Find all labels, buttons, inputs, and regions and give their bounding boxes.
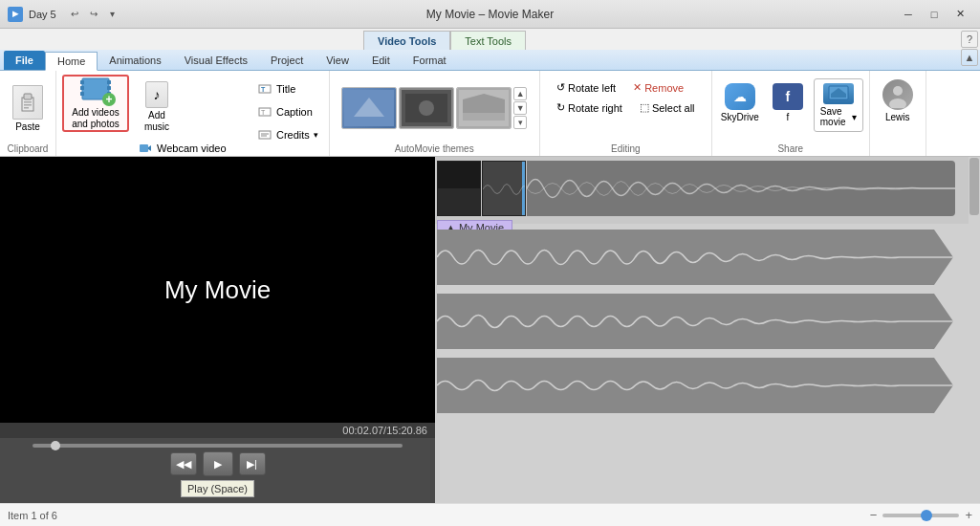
timeline-tracks: ▲ My Movie bbox=[435, 157, 969, 503]
minimize-ribbon-button[interactable]: ▲ bbox=[961, 49, 978, 66]
rotate-right-button[interactable]: ↻ Rotate right bbox=[550, 99, 629, 117]
caption-icon: T bbox=[257, 104, 272, 120]
video-tools-tab[interactable]: Video Tools bbox=[363, 31, 450, 50]
video-track: ▲ My Movie bbox=[435, 157, 969, 224]
theme-thumb-2[interactable] bbox=[399, 87, 454, 129]
svg-marker-15 bbox=[148, 145, 151, 151]
svg-point-38 bbox=[893, 86, 903, 96]
rotate-left-icon: ↺ bbox=[556, 81, 565, 94]
status-bar: Item 1 of 6 − + bbox=[0, 503, 980, 526]
app-day-label: Day 5 bbox=[29, 9, 56, 20]
facebook-button[interactable]: f f bbox=[766, 78, 810, 127]
rewind-button[interactable]: ◀◀ bbox=[170, 452, 197, 475]
paste-label: Paste bbox=[15, 121, 40, 132]
tab-file[interactable]: File bbox=[4, 51, 45, 70]
svg-rect-4 bbox=[24, 107, 29, 109]
editing-group: ↺ Rotate left ✕ Remove ↻ Rotate right ⬚ … bbox=[540, 71, 712, 156]
tab-animations[interactable]: Animations bbox=[98, 51, 172, 70]
audio-track-2 bbox=[437, 292, 967, 354]
credits-label: Credits bbox=[276, 129, 310, 141]
add-videos-button[interactable]: + Add videos and photos bbox=[62, 75, 129, 132]
svg-text:T: T bbox=[261, 109, 266, 116]
rotate-right-icon: ↻ bbox=[556, 101, 565, 114]
skydrive-button[interactable]: ☁ SkyDrive bbox=[718, 78, 762, 127]
help-button[interactable]: ? bbox=[961, 31, 978, 48]
remove-button[interactable]: ✕ Remove bbox=[626, 78, 690, 97]
close-button[interactable]: ✕ bbox=[947, 5, 972, 24]
theme-thumb-3[interactable] bbox=[456, 87, 512, 129]
minimize-button[interactable]: ─ bbox=[896, 5, 921, 24]
cloud-icon: ☁ bbox=[725, 83, 755, 110]
svg-point-39 bbox=[889, 99, 906, 108]
svg-rect-3 bbox=[24, 104, 32, 106]
seek-thumb[interactable] bbox=[51, 441, 60, 450]
webcam-video-button[interactable]: Webcam video bbox=[133, 138, 249, 159]
add-music-button[interactable]: ♪ Add music bbox=[133, 78, 181, 136]
playback-controls: ◀◀ ▶ ▶| Play (Space) bbox=[0, 438, 435, 503]
play-tooltip: Play (Space) bbox=[181, 480, 254, 497]
svg-rect-9 bbox=[107, 80, 111, 84]
rotate-left-button[interactable]: ↺ Rotate left bbox=[550, 78, 622, 97]
and-photos-label: and photos bbox=[72, 119, 120, 129]
facebook-label: f bbox=[786, 112, 789, 122]
tab-edit[interactable]: Edit bbox=[360, 51, 402, 70]
credits-button[interactable]: Credits ▾ bbox=[252, 124, 323, 145]
user-group: Lewis bbox=[870, 71, 926, 156]
tab-view[interactable]: View bbox=[315, 51, 360, 70]
redo-button[interactable]: ↪ bbox=[85, 6, 102, 23]
save-movie-button[interactable]: Save movie ▾ bbox=[814, 78, 863, 132]
time-display: 00:02.07/15:20.86 bbox=[0, 423, 435, 438]
svg-point-32 bbox=[419, 100, 434, 116]
user-profile-button[interactable]: Lewis bbox=[876, 75, 920, 127]
select-all-button[interactable]: ⬚ Select all bbox=[633, 99, 702, 117]
scroll-thumb[interactable] bbox=[969, 158, 979, 215]
paste-button[interactable]: Paste bbox=[6, 83, 50, 133]
zoom-thumb[interactable] bbox=[921, 510, 932, 521]
tab-format[interactable]: Format bbox=[402, 51, 458, 70]
save-movie-icon bbox=[823, 83, 854, 104]
webcam-icon bbox=[138, 141, 153, 156]
themes-scrollbar: ▲ ▼ ▾ bbox=[513, 87, 527, 129]
svg-text:T: T bbox=[261, 86, 266, 93]
preview-pane: My Movie 00:02.07/15:20.86 ◀◀ ▶ ▶| Play … bbox=[0, 157, 435, 503]
tab-home[interactable]: Home bbox=[45, 52, 98, 71]
window-title: My Movie – Movie Maker bbox=[426, 8, 554, 21]
theme-thumb-1[interactable] bbox=[341, 87, 397, 129]
undo-button[interactable]: ↩ bbox=[66, 6, 83, 23]
text-tools-tab[interactable]: Text Tools bbox=[450, 31, 526, 50]
context-tabs-bar: Video Tools Text Tools bbox=[0, 29, 980, 50]
user-name: Lewis bbox=[885, 112, 910, 122]
svg-rect-10 bbox=[107, 86, 111, 90]
qa-dropdown[interactable]: ▾ bbox=[104, 6, 121, 23]
timeline-scrollbar[interactable] bbox=[969, 157, 980, 503]
main-area: My Movie 00:02.07/15:20.86 ◀◀ ▶ ▶| Play … bbox=[0, 157, 980, 503]
add-group: + Add videos and photos ♪ Add music bbox=[56, 71, 330, 156]
tab-visual-effects[interactable]: Visual Effects bbox=[173, 51, 259, 70]
play-button[interactable]: ▶ bbox=[203, 451, 233, 476]
video-canvas: My Movie bbox=[0, 157, 435, 423]
caption-label: Caption bbox=[276, 106, 313, 118]
themes-scroll-down[interactable]: ▼ bbox=[513, 101, 527, 115]
share-group: ☁ SkyDrive f f Save movie ▾ Share bbox=[712, 71, 870, 156]
zoom-out-button[interactable]: − bbox=[870, 508, 878, 522]
next-frame-button[interactable]: ▶| bbox=[239, 452, 266, 475]
maximize-button[interactable]: □ bbox=[922, 5, 947, 24]
themes-scroll-up[interactable]: ▲ bbox=[513, 87, 527, 100]
music-icon: ♪ bbox=[145, 81, 168, 108]
text-tools-column: T Title T Caption Credits ▾ bbox=[252, 75, 323, 145]
status-item-count: Item 1 of 6 bbox=[8, 510, 57, 521]
seek-bar[interactable] bbox=[33, 444, 403, 448]
add-videos-label: Add videos bbox=[72, 107, 119, 118]
save-movie-dropdown-icon: ▾ bbox=[852, 112, 857, 122]
svg-rect-14 bbox=[140, 144, 148, 152]
zoom-slider[interactable] bbox=[882, 514, 959, 517]
remove-icon: ✕ bbox=[633, 81, 642, 94]
automovie-group: ▲ ▼ ▾ AutoMovie themes bbox=[330, 71, 540, 156]
title-label: Title bbox=[276, 83, 295, 95]
svg-rect-2 bbox=[24, 101, 32, 103]
caption-button[interactable]: T Caption bbox=[252, 101, 323, 122]
zoom-in-button[interactable]: + bbox=[965, 508, 972, 522]
title-button[interactable]: T Title bbox=[252, 78, 323, 99]
tab-project[interactable]: Project bbox=[259, 51, 315, 70]
themes-expand[interactable]: ▾ bbox=[513, 116, 527, 129]
